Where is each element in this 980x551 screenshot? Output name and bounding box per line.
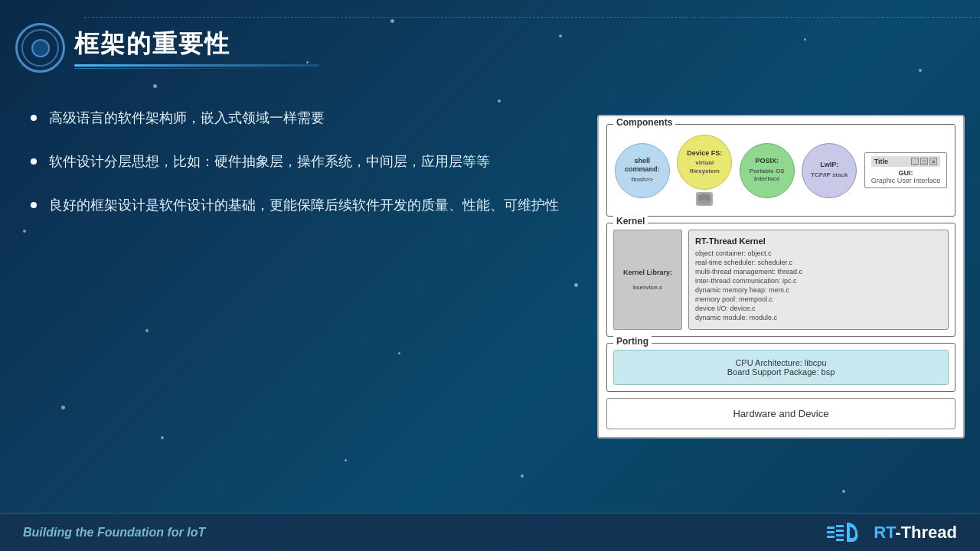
footer: Building the Foundation for IoT RT-Threa… bbox=[0, 513, 980, 551]
posix-circle: POSIX: Portable OS Interface bbox=[740, 143, 795, 198]
kernel-item-4: inter-thread communication: ipc.c bbox=[695, 277, 942, 285]
logo-icon bbox=[15, 23, 65, 73]
devicefs-sub: virtual filesystem bbox=[684, 159, 725, 175]
components-section: Components shell command: finsh>> Device… bbox=[606, 124, 956, 217]
header: 框架的重要性 bbox=[15, 23, 319, 73]
rt-thread-icon bbox=[825, 519, 867, 546]
kernel-item-8: dynamic module: module.c bbox=[695, 314, 942, 321]
shell-circle: shell command: finsh>> bbox=[615, 143, 670, 198]
porting-line1: CPU Architecture: libcpu bbox=[622, 358, 940, 367]
posix-sub: Portable OS Interface bbox=[746, 168, 788, 184]
bullet-item-3: 良好的框架设计是软件设计的基础，更能保障后续软件开发的质量、性能、可维护性 bbox=[31, 194, 582, 217]
close-btn: × bbox=[929, 158, 937, 165]
page-title: 框架的重要性 bbox=[74, 28, 319, 61]
bullet-text-2: 软件设计分层思想，比如：硬件抽象层，操作系统，中间层，应用层等等 bbox=[49, 151, 582, 173]
devicefs-name: Device FS: bbox=[687, 149, 722, 158]
devicefs-circle: Device FS: virtual filesystem bbox=[677, 135, 732, 190]
posix-name: POSIX: bbox=[755, 157, 779, 166]
gui-label: GUI: bbox=[898, 169, 913, 177]
hardware-device-box: Hardware and Device bbox=[606, 398, 956, 429]
window-buttons: _ □ × bbox=[911, 158, 937, 165]
svg-rect-7 bbox=[836, 530, 844, 532]
lwip-component: LwIP: TCP/IP stack bbox=[802, 143, 857, 198]
porting-section: Porting CPU Architecture: libcpu Board S… bbox=[606, 343, 956, 392]
svg-rect-3 bbox=[827, 527, 835, 529]
bullet-dot-3 bbox=[31, 202, 37, 208]
kernel-item-2: real-time scheduler: scheduler.c bbox=[695, 259, 942, 266]
kernel-item-3: multi-thread management: thread.c bbox=[695, 268, 942, 276]
porting-line2: Board Support Package: bsp bbox=[622, 367, 940, 377]
components-label: Components bbox=[613, 117, 675, 128]
kernel-lib-box: Kernel Library: kservice.c bbox=[613, 230, 682, 330]
shell-component: shell command: finsh>> bbox=[615, 143, 670, 198]
svg-rect-4 bbox=[827, 531, 835, 533]
rt-thread-text: RT-Thread bbox=[874, 523, 957, 543]
svg-rect-8 bbox=[836, 534, 844, 536]
svg-rect-5 bbox=[827, 536, 835, 538]
porting-content: CPU Architecture: libcpu Board Support P… bbox=[613, 350, 949, 385]
kernel-item-7: device I/O: device.c bbox=[695, 305, 942, 312]
kernel-title: RT-Thread Kernel bbox=[695, 236, 942, 246]
hardware-label: Hardware and Device bbox=[733, 408, 828, 419]
bullet-item-1: 高级语言的软件架构师，嵌入式领域一样需要 bbox=[31, 107, 582, 129]
gui-component: Title _ □ × GUI: Graphic User Interface bbox=[864, 152, 948, 188]
title-section: 框架的重要性 bbox=[74, 28, 319, 69]
bullet-text-3: 良好的框架设计是软件设计的基础，更能保障后续软件开发的质量、性能、可维护性 bbox=[49, 194, 582, 217]
svg-rect-9 bbox=[836, 539, 844, 541]
title-underline bbox=[74, 64, 319, 67]
shell-sub: finsh>> bbox=[632, 176, 653, 184]
content-area: 高级语言的软件架构师，嵌入式领域一样需要 软件设计分层思想，比如：硬件抽象层，操… bbox=[31, 107, 582, 237]
title-mock-header: Title _ □ × bbox=[871, 156, 941, 167]
title-mock-window: Title _ □ × GUI: Graphic User Interface bbox=[864, 152, 948, 188]
minimize-btn: _ bbox=[911, 158, 919, 165]
kernel-lib-name: Kernel Library: bbox=[623, 269, 672, 276]
devicefs-component: Device FS: virtual filesystem bbox=[677, 135, 732, 206]
components-row: shell command: finsh>> Device FS: virtua… bbox=[613, 131, 949, 210]
kernel-content-box: RT-Thread Kernel object container: objec… bbox=[688, 230, 949, 330]
kernel-lib-sub: kservice.c bbox=[633, 284, 663, 291]
bullet-text-1: 高级语言的软件架构师，嵌入式领域一样需要 bbox=[49, 107, 582, 129]
svg-point-2 bbox=[698, 200, 710, 204]
svg-rect-6 bbox=[836, 525, 844, 527]
bullet-dot-1 bbox=[31, 115, 37, 121]
lwip-sub: TCP/IP stack bbox=[811, 171, 848, 179]
kernel-item-6: memory pool: mempool.c bbox=[695, 295, 942, 303]
title-mock-label: Title bbox=[874, 158, 888, 165]
top-decoration-line bbox=[84, 17, 980, 18]
kernel-section: Kernel Kernel Library: kservice.c RT-Thr… bbox=[606, 223, 956, 337]
shell-name: shell command: bbox=[622, 157, 663, 174]
svg-rect-10 bbox=[847, 523, 850, 542]
bullet-dot-2 bbox=[31, 158, 37, 165]
title-underline2 bbox=[74, 68, 289, 69]
maximize-btn: □ bbox=[920, 158, 928, 165]
bullet-item-2: 软件设计分层思想，比如：硬件抽象层，操作系统，中间层，应用层等等 bbox=[31, 151, 582, 173]
kernel-label: Kernel bbox=[613, 216, 648, 227]
gui-name: GUI: Graphic User Interface bbox=[871, 169, 941, 184]
rt-thread-logo: RT-Thread bbox=[825, 519, 957, 546]
kernel-item-5: dynamic memory heap: mem.c bbox=[695, 286, 942, 294]
posix-component: POSIX: Portable OS Interface bbox=[740, 143, 795, 198]
porting-label: Porting bbox=[613, 336, 652, 347]
db-icon bbox=[696, 192, 713, 206]
gui-sub: Graphic User Interface bbox=[871, 177, 941, 184]
kernel-item-1: object container: object.c bbox=[695, 249, 942, 257]
footer-tagline: Building the Foundation for IoT bbox=[23, 526, 205, 540]
lwip-name: LwIP: bbox=[820, 161, 838, 170]
lwip-circle: LwIP: TCP/IP stack bbox=[802, 143, 857, 198]
diagram-container: Components shell command: finsh>> Device… bbox=[597, 115, 965, 439]
